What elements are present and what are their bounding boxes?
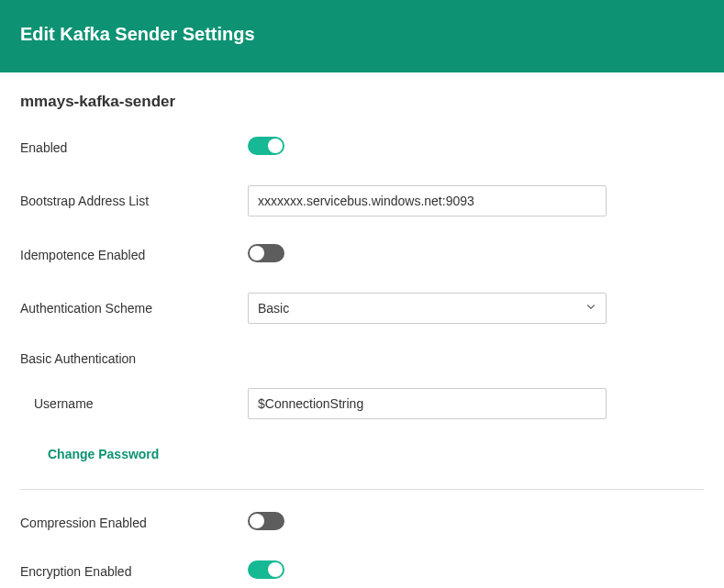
username-input[interactable] [248,388,607,419]
toggle-knob [250,246,264,261]
toggle-knob [250,514,264,528]
idempotence-row: Idempotence Enabled [20,244,704,265]
enabled-label: Enabled [20,140,248,155]
enabled-row: Enabled [20,137,704,158]
username-label: Username [20,396,248,411]
change-password-link[interactable]: Change Password [48,447,159,461]
header-title: Edit Kafka Sender Settings [20,24,704,45]
page-header: Edit Kafka Sender Settings [0,0,724,72]
compression-row: Compression Enabled [20,512,704,533]
encryption-label: Encryption Enabled [20,564,248,579]
toggle-knob [268,562,283,577]
page-title: mmays-kafka-sender [20,93,704,111]
encryption-toggle[interactable] [248,560,284,579]
compression-toggle[interactable] [248,512,284,530]
enabled-toggle[interactable] [248,137,284,155]
bootstrap-input[interactable] [248,185,607,216]
toggle-knob [268,139,283,153]
section-divider [20,489,704,490]
encryption-row: Encryption Enabled [20,560,704,582]
idempotence-toggle[interactable] [248,244,284,262]
bootstrap-row: Bootstrap Address List [20,185,704,216]
auth-scheme-select[interactable]: Basic [248,293,607,324]
auth-scheme-row: Authentication Scheme Basic [20,293,704,324]
auth-scheme-label: Authentication Scheme [20,301,248,316]
compression-label: Compression Enabled [20,516,248,530]
basic-auth-section-label: Basic Authentication [20,351,704,366]
bootstrap-label: Bootstrap Address List [20,194,248,208]
content-area: mmays-kafka-sender Enabled Bootstrap Add… [0,72,724,588]
idempotence-label: Idempotence Enabled [20,248,248,262]
username-row: Username [20,388,704,419]
